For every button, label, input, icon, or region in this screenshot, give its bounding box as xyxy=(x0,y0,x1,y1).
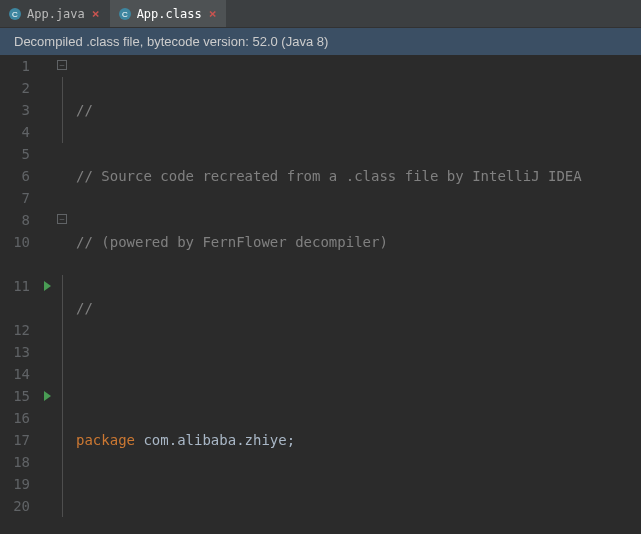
tab-label: App.java xyxy=(27,7,85,21)
fold-gutter: − − xyxy=(56,55,70,531)
code-text: // Source code recreated from a .class f… xyxy=(76,168,582,184)
run-gutter-icon[interactable] xyxy=(44,281,51,291)
run-marker-gutter xyxy=(38,55,56,531)
run-gutter-icon[interactable] xyxy=(44,391,51,401)
svg-text:C: C xyxy=(122,10,128,19)
code-text: // xyxy=(76,300,93,316)
editor-tabs: C App.java × C App.class × xyxy=(0,0,641,28)
svg-text:C: C xyxy=(12,10,18,19)
close-icon[interactable]: × xyxy=(90,6,102,21)
code-area[interactable]: // // Source code recreated from a .clas… xyxy=(70,55,641,531)
class-file-icon: C xyxy=(118,7,132,21)
close-icon[interactable]: × xyxy=(207,6,219,21)
tab-label: App.class xyxy=(137,7,202,21)
tab-app-java[interactable]: C App.java × xyxy=(0,0,110,27)
code-editor[interactable]: 1 2 3 4 5 6 7 8 10 11 12 13 14 15 16 17 … xyxy=(0,55,641,531)
code-text: package xyxy=(76,432,143,448)
decompiled-banner: Decompiled .class file, bytecode version… xyxy=(0,28,641,55)
fold-toggle-icon[interactable]: − xyxy=(57,60,67,70)
code-text: // xyxy=(76,102,93,118)
line-number-gutter: 1 2 3 4 5 6 7 8 10 11 12 13 14 15 16 17 … xyxy=(0,55,38,531)
tab-app-class[interactable]: C App.class × xyxy=(110,0,227,27)
fold-toggle-icon[interactable]: − xyxy=(57,214,67,224)
java-file-icon: C xyxy=(8,7,22,21)
code-text: // (powered by FernFlower decompiler) xyxy=(76,234,388,250)
